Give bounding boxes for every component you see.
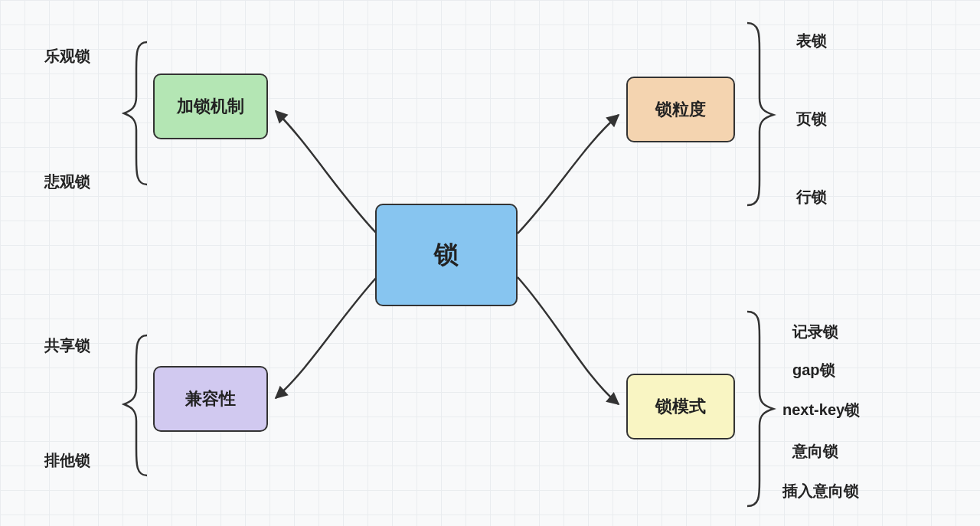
edge-center-to-lockmechanism — [276, 111, 377, 234]
node-compatibility-label: 兼容性 — [185, 387, 236, 410]
node-compatibility: 兼容性 — [153, 366, 268, 432]
node-granularity: 锁粒度 — [626, 77, 735, 142]
sublabel-lockmechanism-1: 悲观锁 — [44, 172, 90, 192]
sublabel-granularity-2: 行锁 — [796, 187, 827, 207]
sublabel-lockmode-2: next-key锁 — [782, 400, 860, 420]
node-granularity-label: 锁粒度 — [655, 98, 706, 121]
edge-center-to-lockmode — [518, 277, 619, 404]
center-node-label: 锁 — [434, 238, 459, 272]
brace-compatibility — [124, 335, 147, 475]
edge-center-to-granularity — [518, 115, 619, 234]
sublabel-granularity-0: 表锁 — [796, 31, 827, 51]
sublabel-lockmode-0: 记录锁 — [792, 322, 838, 342]
sublabel-lockmode-4: 插入意向锁 — [782, 481, 859, 501]
sublabel-granularity-1: 页锁 — [796, 109, 827, 129]
sublabel-compatibility-0: 共享锁 — [44, 335, 90, 356]
sublabel-lockmechanism-0: 乐观锁 — [44, 46, 90, 67]
center-node-lock: 锁 — [375, 204, 518, 306]
node-lockmechanism: 加锁机制 — [153, 74, 268, 139]
sublabel-compatibility-1: 排他锁 — [44, 450, 90, 471]
node-lockmode: 锁模式 — [626, 374, 735, 439]
brace-lockmechanism — [124, 42, 147, 185]
sublabel-lockmode-1: gap锁 — [792, 360, 835, 381]
sublabel-lockmode-3: 意向锁 — [792, 441, 838, 462]
node-lockmechanism-label: 加锁机制 — [177, 95, 244, 118]
node-lockmode-label: 锁模式 — [655, 395, 706, 418]
edge-center-to-compatibility — [276, 277, 377, 398]
brace-lockmode — [747, 312, 773, 506]
brace-granularity — [747, 23, 773, 205]
